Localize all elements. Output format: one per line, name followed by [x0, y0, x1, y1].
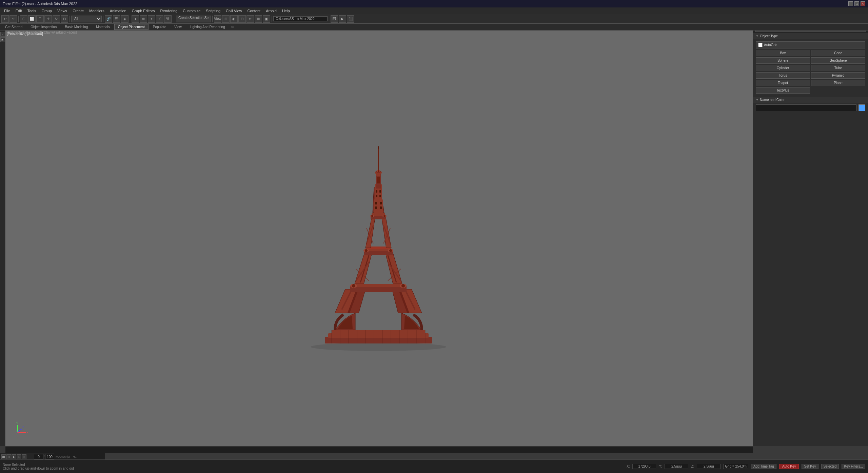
- svg-point-56: [383, 215, 386, 217]
- undo-button[interactable]: ↩: [1, 15, 9, 23]
- pivot-btn[interactable]: ⊕: [140, 15, 147, 23]
- render-btn[interactable]: ▶: [339, 15, 346, 23]
- svg-rect-25: [354, 284, 403, 287]
- unlink-tool[interactable]: ⛓: [113, 15, 120, 23]
- next-frame-button[interactable]: ▷: [17, 454, 21, 459]
- menu-edit[interactable]: Edit: [13, 8, 25, 14]
- tab-populate[interactable]: Populate: [149, 24, 170, 30]
- shade-btn[interactable]: ◐: [230, 15, 238, 23]
- array-btn[interactable]: ⊞: [255, 15, 262, 23]
- current-frame-input[interactable]: [34, 454, 43, 459]
- color-swatch[interactable]: [859, 104, 865, 111]
- svg-rect-63: [380, 206, 382, 209]
- key-filters-btn[interactable]: Key Filters...: [842, 464, 865, 469]
- mirror-btn[interactable]: ⇔: [246, 15, 254, 23]
- render-setup-btn[interactable]: 🎞: [331, 15, 338, 23]
- name-color-section-header[interactable]: ▼ Name and Color: [753, 97, 868, 103]
- left-icon-2[interactable]: ▣: [0, 37, 5, 42]
- move-tool[interactable]: ✛: [44, 15, 52, 23]
- tab-get-started[interactable]: Get Started: [1, 24, 26, 30]
- torus-button[interactable]: Torus: [756, 72, 810, 79]
- menu-create[interactable]: Create: [70, 8, 86, 14]
- textplus-button[interactable]: TextPlus: [756, 87, 810, 94]
- bind-tool[interactable]: ◈: [121, 15, 129, 23]
- quick-render-btn[interactable]: ⬛: [347, 15, 354, 23]
- tab-view[interactable]: View: [171, 24, 185, 30]
- menu-tools[interactable]: Tools: [25, 8, 39, 14]
- teapot-button[interactable]: Teapot: [756, 80, 810, 86]
- redo-button[interactable]: ↪: [9, 15, 17, 23]
- go-end-button[interactable]: ⏭: [22, 454, 26, 459]
- menu-file[interactable]: File: [1, 8, 13, 14]
- left-icon-move[interactable]: ↕: [0, 32, 5, 37]
- autogrid-label[interactable]: AutoGrid: [758, 43, 863, 47]
- box-button[interactable]: Box: [756, 50, 810, 56]
- play-button[interactable]: ▶: [12, 454, 16, 459]
- menu-help[interactable]: Help: [279, 8, 293, 14]
- toolbar-separator-4: [130, 16, 130, 22]
- angle-snap[interactable]: ∠: [156, 15, 163, 23]
- cone-button[interactable]: Cone: [811, 50, 865, 56]
- menu-animation[interactable]: Animation: [107, 8, 129, 14]
- go-start-button[interactable]: ⏮: [1, 454, 6, 459]
- object-type-section-header[interactable]: ▼ Object Type: [753, 33, 868, 39]
- tab-materials[interactable]: Materials: [92, 24, 114, 30]
- tab-basic-modeling[interactable]: Basic Modeling: [61, 24, 92, 30]
- percent-snap[interactable]: %: [164, 15, 172, 23]
- add-time-tag-btn[interactable]: Add Time Tag: [751, 464, 776, 469]
- tube-button[interactable]: Tube: [811, 65, 865, 71]
- scale-tool[interactable]: ⊡: [61, 15, 68, 23]
- lasso-tool[interactable]: ⌒: [36, 15, 44, 23]
- tab-object-inspection[interactable]: Object Inspection: [27, 24, 60, 30]
- tab-lighting-rendering[interactable]: Lighting And Rendering: [186, 24, 229, 30]
- ref-coord-dropdown[interactable]: ♦: [132, 15, 139, 23]
- svg-text:Z: Z: [22, 426, 24, 429]
- tab-object-placement[interactable]: Object Placement: [114, 24, 149, 30]
- maximize-button[interactable]: □: [854, 1, 859, 6]
- select-region[interactable]: ⬜: [28, 15, 36, 23]
- pyramid-button[interactable]: Pyramid: [811, 72, 865, 79]
- auto-key-btn[interactable]: Auto Key: [779, 464, 799, 469]
- menu-scripting[interactable]: Scripting: [203, 8, 223, 14]
- autogrid-text: AutoGrid: [764, 43, 777, 47]
- object-name-input[interactable]: [756, 104, 856, 111]
- autogrid-checkbox[interactable]: [758, 43, 763, 47]
- menu-content[interactable]: Content: [245, 8, 263, 14]
- tab-more[interactable]: ≫: [230, 24, 236, 29]
- axes-indicator: X Y Z: [16, 422, 29, 436]
- viewport-layout[interactable]: ⊞: [222, 15, 230, 23]
- menu-customize[interactable]: Customize: [180, 8, 203, 14]
- menu-views[interactable]: Views: [55, 8, 70, 14]
- rotate-tool[interactable]: ↻: [53, 15, 60, 23]
- geosphere-button[interactable]: GeoSphere: [811, 57, 865, 64]
- selected-label[interactable]: Selected: [821, 464, 839, 469]
- snap-toggle[interactable]: ⌖: [148, 15, 155, 23]
- selection-filter-dropdown[interactable]: All Geometry Shapes Lights Cameras Helpe…: [71, 16, 102, 22]
- create-selection-set-button[interactable]: Create Selection Se: [176, 16, 211, 22]
- menu-arnold[interactable]: Arnold: [263, 8, 279, 14]
- menu-rendering[interactable]: Rendering: [158, 8, 180, 14]
- menu-group[interactable]: Group: [39, 8, 55, 14]
- align-btn[interactable]: ⊟: [238, 15, 246, 23]
- cylinder-button[interactable]: Cylinder: [756, 65, 810, 71]
- plane-button[interactable]: Plane: [811, 80, 865, 86]
- y-value[interactable]: 2.5uuu: [665, 464, 688, 469]
- sphere-button[interactable]: Sphere: [756, 57, 810, 64]
- menu-graph-editors[interactable]: Graph Editors: [129, 8, 158, 14]
- link-tool[interactable]: 🔗: [105, 15, 112, 23]
- timeline-track[interactable]: [5, 447, 753, 453]
- menu-civil-view[interactable]: Civil View: [223, 8, 244, 14]
- close-button[interactable]: ✕: [861, 1, 865, 6]
- minimize-button[interactable]: ─: [848, 1, 853, 6]
- group-btn[interactable]: ▣: [263, 15, 270, 23]
- view-dropdown[interactable]: View: [214, 15, 221, 23]
- svg-rect-66: [376, 190, 377, 193]
- prev-frame-button[interactable]: ◁: [6, 454, 11, 459]
- end-frame-input[interactable]: [45, 454, 55, 459]
- set-key-btn[interactable]: Set Key: [802, 464, 818, 469]
- z-value[interactable]: 2.5uuu: [697, 464, 721, 469]
- viewport[interactable]: [Perspective] [Standard]: [5, 31, 753, 446]
- x-value[interactable]: 17293.0: [632, 464, 656, 469]
- menu-modifiers[interactable]: Modifiers: [86, 8, 107, 14]
- select-tool[interactable]: ⬡: [20, 15, 27, 23]
